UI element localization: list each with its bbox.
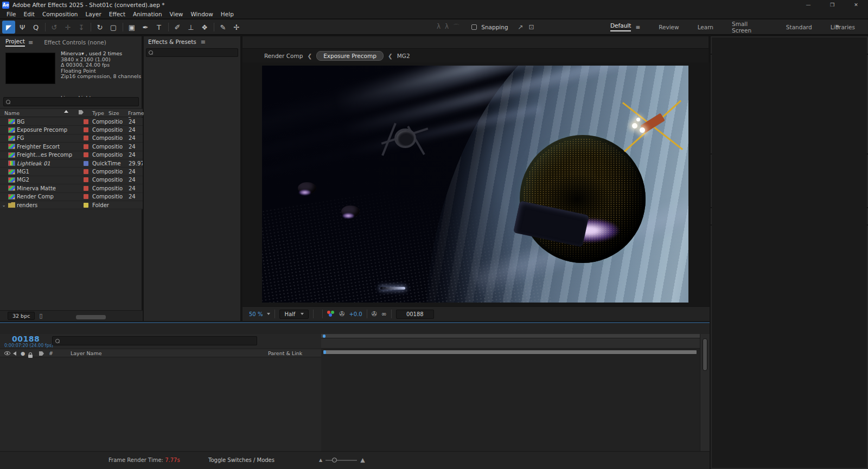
timeline-zoom-slider[interactable]: ▲ ▲ xyxy=(319,457,365,464)
label-chip[interactable] xyxy=(84,152,88,157)
timeline-track-area[interactable] xyxy=(321,334,700,452)
workspace-tab-review[interactable]: Review xyxy=(653,20,692,34)
project-item-row[interactable]: Lightleak 01QuickTime29.97 xyxy=(0,159,143,168)
twirl-icon[interactable]: ⌄ xyxy=(1,203,7,208)
workspace-tab-standard[interactable]: Standard xyxy=(781,20,825,34)
zoom-tool[interactable]: Q xyxy=(29,21,42,34)
snapping-checkbox[interactable] xyxy=(471,24,477,30)
work-area-bar[interactable] xyxy=(323,350,697,355)
bw-swatch-icon[interactable] xyxy=(790,260,800,267)
zoom-in-icon[interactable]: ▲ xyxy=(360,457,365,464)
crumb-render-comp[interactable]: Render Comp xyxy=(264,53,303,59)
bit-depth-button[interactable]: 32 bpc xyxy=(8,312,35,320)
composition-view-area[interactable] xyxy=(242,62,710,306)
zoom-knob[interactable] xyxy=(332,458,337,462)
chevron-down-icon[interactable] xyxy=(267,313,270,315)
menu-animation[interactable]: Animation xyxy=(129,11,166,17)
magnification-menu[interactable]: 50 % xyxy=(249,311,263,317)
label-chip[interactable] xyxy=(84,203,88,208)
maximize-button[interactable]: ❒ xyxy=(820,0,844,10)
project-item-row[interactable]: Minerva MatteComposition24 xyxy=(0,184,143,192)
clone-stamp-tool[interactable]: ⊥ xyxy=(184,21,197,34)
project-item-row[interactable]: ⌄rendersFolder xyxy=(0,201,143,209)
timeline-search-input[interactable] xyxy=(52,336,257,345)
channel-icon[interactable] xyxy=(327,311,335,317)
workspace-menu-icon[interactable]: ≡ xyxy=(635,24,640,30)
time-ruler[interactable] xyxy=(321,338,700,349)
menu-view[interactable]: View xyxy=(166,11,187,17)
menu-composition[interactable]: Composition xyxy=(39,11,82,17)
project-item-row[interactable]: MG2Composition24 xyxy=(0,176,143,184)
panel-menu-icon[interactable]: ≡ xyxy=(201,38,206,46)
comp-icon xyxy=(8,185,15,191)
toggle-switches-modes-button[interactable]: Toggle Switches / Modes xyxy=(182,457,301,463)
menu-window[interactable]: Window xyxy=(187,11,216,17)
timeline-right-scrollbar[interactable] xyxy=(700,334,710,452)
workspace-tab-libraries[interactable]: Libraries xyxy=(825,20,868,34)
project-item-row[interactable]: Exposure PrecompComposition24 xyxy=(0,126,143,134)
hand-tool[interactable]: Ψ xyxy=(16,21,29,34)
label-chip[interactable] xyxy=(84,161,88,166)
resolution-menu[interactable]: Half xyxy=(279,310,309,319)
menu-file[interactable]: File xyxy=(3,11,20,17)
exposure-value[interactable]: +0.0 xyxy=(349,311,362,317)
label-chip[interactable] xyxy=(84,194,88,199)
rectangle-tool[interactable]: ▣ xyxy=(125,21,138,34)
project-hscrollbar[interactable] xyxy=(76,315,106,319)
time-navigator[interactable] xyxy=(321,334,700,338)
panel-menu-icon[interactable]: ≡ xyxy=(28,39,33,46)
workspace-tab-learn[interactable]: Learn xyxy=(692,20,726,34)
menu-edit[interactable]: Edit xyxy=(20,11,39,17)
label-chip[interactable] xyxy=(84,136,88,140)
parent-link-header[interactable]: Parent & Link xyxy=(268,350,302,356)
minimize-button[interactable]: — xyxy=(796,0,820,10)
tab-project[interactable]: Project≡ xyxy=(0,36,39,48)
crumb-current-comp[interactable]: Exposure Precomp xyxy=(316,51,384,61)
effects-search-input[interactable] xyxy=(146,48,238,57)
project-item-row[interactable]: BGComposition24 xyxy=(0,118,143,126)
menu-effect[interactable]: Effect xyxy=(105,11,129,17)
snapshot-icon[interactable]: ✇ xyxy=(372,310,377,318)
close-button[interactable]: ✕ xyxy=(844,0,868,10)
layer-name-header[interactable]: Layer Name xyxy=(71,350,102,356)
eraser-tool[interactable]: ❖ xyxy=(198,21,211,34)
crumb-mg2[interactable]: MG2 xyxy=(397,53,410,59)
brush-tool[interactable]: ✐ xyxy=(171,21,184,34)
label-chip[interactable] xyxy=(84,169,88,174)
trash-icon[interactable]: ▯ xyxy=(39,312,42,319)
item-type: Composition xyxy=(92,119,123,125)
expand-icon[interactable]: ⊡ xyxy=(529,23,534,31)
snap-arrow-icon[interactable]: ↗ xyxy=(518,23,524,31)
exposure-icon[interactable]: ✇ xyxy=(339,310,344,318)
workspace-overflow-icon[interactable]: » xyxy=(835,22,839,30)
project-item-row[interactable]: Render CompComposition24 xyxy=(0,193,143,201)
label-chip[interactable] xyxy=(84,119,88,124)
project-item-row[interactable]: Freighter EscortComposition24 xyxy=(0,143,143,151)
menu-layer[interactable]: Layer xyxy=(82,11,105,17)
project-item-row[interactable]: FGComposition24 xyxy=(0,134,143,143)
search-icon xyxy=(149,50,153,55)
pan-behind-tool[interactable]: ▢ xyxy=(107,21,120,34)
project-search-input[interactable] xyxy=(3,97,139,106)
workspace-tab-default[interactable]: Default≡ xyxy=(605,20,653,34)
roto-brush-tool[interactable]: ✎ xyxy=(216,21,229,34)
selection-tool[interactable]: ◤ xyxy=(2,21,15,34)
label-chip[interactable] xyxy=(84,186,88,191)
puppet-pin-tool[interactable]: ✢ xyxy=(230,21,243,34)
project-column-headers[interactable]: Name Type Size Frame R xyxy=(0,108,143,117)
menu-help[interactable]: Help xyxy=(217,11,238,17)
label-chip[interactable] xyxy=(84,127,88,132)
zoom-out-icon[interactable]: ▲ xyxy=(319,458,322,462)
project-item-row[interactable]: MG1Composition24 xyxy=(0,168,143,176)
type-tool[interactable]: T xyxy=(152,21,165,34)
label-chip[interactable] xyxy=(84,177,88,182)
workspace-tab-small-screen[interactable]: Small Screen xyxy=(726,20,781,34)
pen-tool[interactable]: ✒ xyxy=(139,21,152,34)
current-frame-field[interactable]: 00188 xyxy=(396,310,434,319)
current-time-display[interactable]: 00188 xyxy=(12,335,40,343)
tab-effect[interactable]: Effect Controls (none) xyxy=(39,36,112,48)
show-snapshot-icon[interactable]: ∞ xyxy=(381,310,387,318)
label-chip[interactable] xyxy=(84,144,88,149)
rotation-tool[interactable]: ↻ xyxy=(93,21,106,34)
project-item-row[interactable]: Freight...es PrecompComposition24 xyxy=(0,151,143,159)
